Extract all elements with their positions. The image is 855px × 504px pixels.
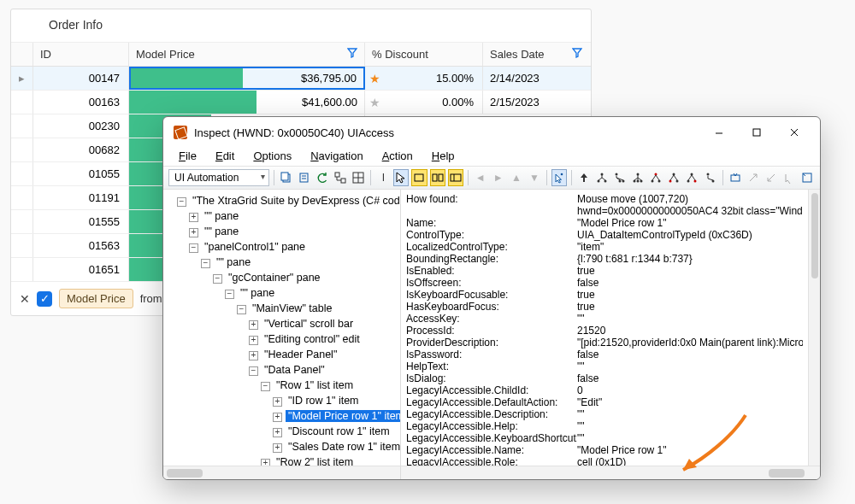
property-row[interactable]: hwnd=0x00000000000050AC4 32bit class="Wi…	[406, 205, 803, 217]
cursor-icon[interactable]	[393, 169, 409, 186]
property-row[interactable]: IsKeyboardFocusable:true	[406, 289, 803, 301]
nav-forward-icon[interactable]: ►	[491, 169, 506, 186]
close-icon[interactable]: ✕	[20, 292, 30, 306]
tree-item[interactable]: "gcContainer" pane	[226, 272, 323, 284]
framework-combo[interactable]: UI Automation	[168, 169, 269, 186]
cell-id[interactable]: 00230	[33, 114, 129, 138]
properties-pane[interactable]: How found:Mouse move (1007,720)hwnd=0x00…	[401, 190, 820, 479]
tree-item[interactable]: "Vertical" scroll bar	[262, 318, 356, 330]
cell-model-price[interactable]: $41,600.00	[129, 91, 365, 114]
table-row[interactable]: 00163$41,600.00★0.00%2/15/2023	[11, 91, 591, 114]
tree-view-icon[interactable]	[333, 169, 348, 186]
maximize-button[interactable]	[740, 122, 774, 143]
close-button[interactable]	[777, 122, 811, 143]
property-row[interactable]: ProviderDescription:"[pid:21520,provider…	[406, 337, 803, 349]
property-row[interactable]: IsPassword:false	[406, 349, 803, 360]
col-header-sales[interactable]: Sales Date	[483, 43, 589, 66]
funnel-icon[interactable]	[347, 48, 357, 61]
nav-back-icon[interactable]: ◄	[473, 169, 488, 186]
tree-expand-icon[interactable]: +	[249, 320, 258, 330]
tree-item[interactable]: "" pane	[202, 210, 241, 222]
property-row[interactable]: LegacyIAccessible.ChildId:0	[406, 384, 803, 396]
copy-tree-icon[interactable]	[297, 169, 312, 186]
tree-item[interactable]: "Discount row 1" item	[286, 425, 392, 437]
nav-children-icon[interactable]	[594, 169, 610, 186]
property-row[interactable]: HelpText:""	[406, 360, 803, 372]
cell-id[interactable]: 00682	[33, 138, 129, 161]
watch-cursor-icon[interactable]	[551, 169, 567, 186]
cell-id[interactable]: 01191	[33, 186, 129, 209]
cell-sales-date[interactable]: 2/14/2023	[483, 67, 589, 90]
highlight-bounds-icon[interactable]	[430, 169, 445, 186]
nav-down-icon[interactable]: ▼	[527, 169, 542, 186]
window-titlebar[interactable]: Inspect (HWND: 0x00050C40) UIAccess	[163, 117, 820, 146]
tree-item[interactable]: "Row 1" list item	[274, 379, 356, 391]
text-select-icon[interactable]: I	[375, 169, 391, 186]
refresh-icon[interactable]	[315, 169, 330, 186]
tree-expand-icon[interactable]: +	[273, 397, 282, 407]
tree-item[interactable]: "ID row 1" item	[286, 395, 362, 407]
tree-item[interactable]: "Row 2" list item	[274, 456, 356, 466]
filter-chip[interactable]: Model Price	[59, 289, 133, 308]
cell-id[interactable]: 00163	[33, 91, 129, 114]
property-row[interactable]: ProcessId:21520	[406, 325, 803, 337]
col-header-discount[interactable]: % Discount	[365, 43, 483, 66]
tree-item[interactable]: "Editing control" edit	[262, 333, 363, 345]
expand-icon[interactable]	[746, 169, 761, 186]
tree-item[interactable]: "" pane	[238, 287, 277, 299]
minimize-button[interactable]	[702, 122, 736, 143]
property-row[interactable]: ControlType:UIA_DataItemControlTypeId (0…	[406, 229, 803, 241]
focus-cursor-icon[interactable]	[781, 169, 797, 186]
property-row[interactable]: LegacyIAccessible.KeyboardShortcut:""	[406, 432, 803, 444]
funnel-icon[interactable]	[572, 48, 582, 61]
tree-collapse-icon[interactable]: −	[213, 274, 222, 284]
cell-discount[interactable]: 15.00%	[386, 67, 482, 90]
nav-next-sibling-icon[interactable]	[648, 169, 663, 186]
cell-id[interactable]: 01555	[33, 210, 129, 233]
star-icon[interactable]: ★	[365, 67, 386, 90]
menu-action[interactable]: Action	[374, 148, 422, 164]
tree-item-selected[interactable]: "Model Price row 1" item	[286, 410, 400, 422]
tree-expand-icon[interactable]: +	[273, 443, 282, 453]
tree-item[interactable]: "Data Panel"	[262, 364, 327, 376]
tree-item[interactable]: "" pane	[202, 226, 241, 237]
property-row[interactable]: LegacyIAccessible.Help:""	[406, 420, 803, 432]
menu-navigation[interactable]: Navigation	[302, 148, 371, 164]
menu-help[interactable]: Help	[423, 148, 463, 164]
tree-item[interactable]: "MainView" table	[250, 302, 334, 314]
cell-id[interactable]: 01651	[33, 258, 129, 281]
tree-collapse-icon[interactable]: −	[249, 366, 258, 376]
property-row[interactable]: LegacyIAccessible.Description:""	[406, 408, 803, 420]
cell-sales-date[interactable]: 2/15/2023	[483, 91, 589, 114]
nav-alt1-icon[interactable]	[684, 169, 699, 186]
tree-collapse-icon[interactable]: −	[261, 382, 270, 391]
tree-collapse-icon[interactable]: −	[201, 259, 210, 268]
nav-parent-icon[interactable]	[576, 169, 592, 186]
capture-rect-icon[interactable]	[799, 169, 815, 186]
tree-item[interactable]: "Sales Date row 1" item	[286, 441, 400, 453]
nav-prev-sibling-icon[interactable]	[630, 169, 646, 186]
tree-pane[interactable]: −"The XtraGrid Suite by DevExpress (C# c…	[163, 190, 401, 479]
collapse-icon[interactable]	[764, 169, 779, 186]
cell-model-price[interactable]: $36,795.00	[129, 67, 365, 90]
property-row[interactable]: LegacyIAccessible.Role:cell (0x1D)	[406, 456, 803, 466]
tree-item[interactable]: "The XtraGrid Suite by DevExpress (C# co…	[190, 195, 400, 207]
tree-expand-icon[interactable]: +	[273, 413, 282, 422]
star-icon[interactable]: ★	[365, 91, 386, 114]
tree-expand-icon[interactable]: +	[261, 459, 270, 466]
highlight-rect-icon[interactable]	[411, 169, 427, 186]
menu-edit[interactable]: Edit	[207, 148, 243, 164]
nav-first-sibling-icon[interactable]	[612, 169, 628, 186]
col-header-price[interactable]: Model Price	[129, 43, 365, 66]
property-row[interactable]: LocalizedControlType:"item"	[406, 241, 803, 253]
tree-collapse-icon[interactable]: −	[177, 197, 186, 207]
property-row[interactable]: IsOffscreen:false	[406, 277, 803, 289]
tree-item[interactable]: "Header Panel"	[262, 349, 339, 360]
nav-up-icon[interactable]: ▲	[509, 169, 524, 186]
tree-expand-icon[interactable]: +	[189, 213, 198, 222]
property-row[interactable]: AccessKey:""	[406, 313, 803, 325]
menu-file[interactable]: File	[170, 148, 205, 164]
props-v-scrollbar[interactable]	[808, 190, 820, 466]
tree-expand-icon[interactable]: +	[249, 351, 258, 360]
property-row[interactable]: BoundingRectangle:{l:790 t:681 r:1344 b:…	[406, 253, 803, 265]
